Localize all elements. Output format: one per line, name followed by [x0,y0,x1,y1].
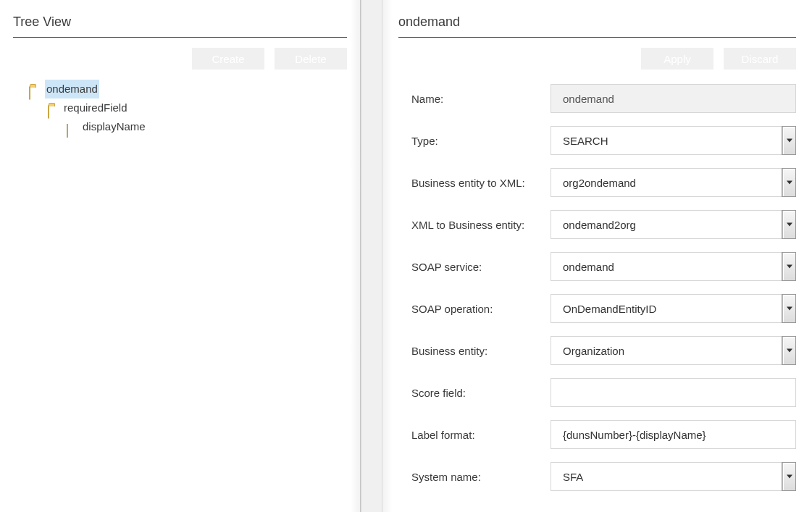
be2xml-select[interactable]: org2ondemand [551,168,796,197]
tree-node-ondemand[interactable]: ondemand [29,80,347,98]
row-system-name: System name: SFA [411,462,796,491]
row-soap-operation: SOAP operation: OnDemandEntityID [411,294,796,323]
type-select[interactable]: SEARCH [551,126,796,155]
type-select-value: SEARCH [563,135,608,147]
row-soap-service: SOAP service: ondemand [411,252,796,281]
chevron-down-icon [782,169,795,196]
details-panel: ondemand Apply Discard Name: Type: SEARC… [382,0,812,512]
discard-button[interactable]: Discard [724,48,796,70]
xml2be-select[interactable]: ondemand2org [551,210,796,239]
tree-view-panel: Tree View Create Delete ondemand require… [0,0,361,512]
details-form: Name: Type: SEARCH Business entity to XM… [398,80,796,491]
label-soap-operation: SOAP operation: [411,303,551,315]
soap-operation-select-value: OnDemandEntityID [563,303,656,315]
chevron-down-icon [782,253,795,280]
label-xml2be: XML to Business entity: [411,219,551,231]
folder-open-icon [29,84,41,94]
app-root: Tree View Create Delete ondemand require… [0,0,812,512]
business-entity-select-value: Organization [563,345,624,357]
row-type: Type: SEARCH [411,126,796,155]
label-score-field: Score field: [411,387,551,399]
label-business-entity: Business entity: [411,345,551,357]
apply-button[interactable]: Apply [641,48,713,70]
business-entity-select[interactable]: Organization [551,336,796,365]
be2xml-select-value: org2ondemand [563,177,636,189]
create-button[interactable]: Create [192,48,264,70]
tree: ondemand requiredField displayName [13,80,347,136]
tree-node-label: ondemand [45,80,99,98]
chevron-down-icon [782,463,795,490]
xml2be-select-value: ondemand2org [563,219,636,231]
name-field[interactable] [551,84,796,113]
label-type: Type: [411,135,551,147]
row-xml2be: XML to Business entity: ondemand2org [411,210,796,239]
score-field-input[interactable] [551,378,796,407]
row-score-field: Score field: [411,378,796,407]
tree-node-label: displayName [83,117,146,136]
chevron-down-icon [782,337,795,364]
svg-marker-5 [787,349,792,353]
row-label-format: Label format: [411,420,796,449]
folder-open-icon [48,103,59,113]
system-name-select[interactable]: SFA [551,462,796,491]
label-soap-service: SOAP service: [411,261,551,273]
soap-service-select-value: ondemand [563,261,614,273]
svg-marker-2 [787,223,792,227]
chevron-down-icon [782,211,795,238]
details-toolbar: Apply Discard [398,48,796,70]
tree-toolbar: Create Delete [13,48,347,70]
delete-button[interactable]: Delete [275,48,347,70]
chevron-down-icon [782,295,795,322]
soap-service-select[interactable]: ondemand [551,252,796,281]
svg-marker-3 [787,265,792,269]
file-icon [67,122,78,132]
split-divider[interactable] [361,0,382,512]
system-name-select-value: SFA [563,471,583,483]
svg-marker-0 [787,139,792,143]
panel-shadow [382,0,393,512]
row-business-entity: Business entity: Organization [411,336,796,365]
soap-operation-select[interactable]: OnDemandEntityID [551,294,796,323]
label-format-input[interactable] [551,420,796,449]
label-be2xml: Business entity to XML: [411,177,551,189]
svg-marker-6 [787,475,792,479]
label-name: Name: [411,93,551,105]
label-label-format: Label format: [411,429,551,441]
label-system-name: System name: [411,471,551,483]
row-be2xml: Business entity to XML: org2ondemand [411,168,796,197]
row-name: Name: [411,84,796,113]
chevron-down-icon [782,127,795,154]
tree-view-title: Tree View [13,14,347,30]
divider-line [13,37,347,38]
details-title: ondemand [398,14,796,30]
tree-node-requiredfield[interactable]: requiredField [29,98,347,117]
tree-node-label: requiredField [64,98,127,117]
panel-shadow [351,0,361,512]
svg-marker-1 [787,181,792,185]
svg-marker-4 [787,307,792,311]
divider-line [398,37,796,38]
tree-node-displayname[interactable]: displayName [29,117,347,136]
